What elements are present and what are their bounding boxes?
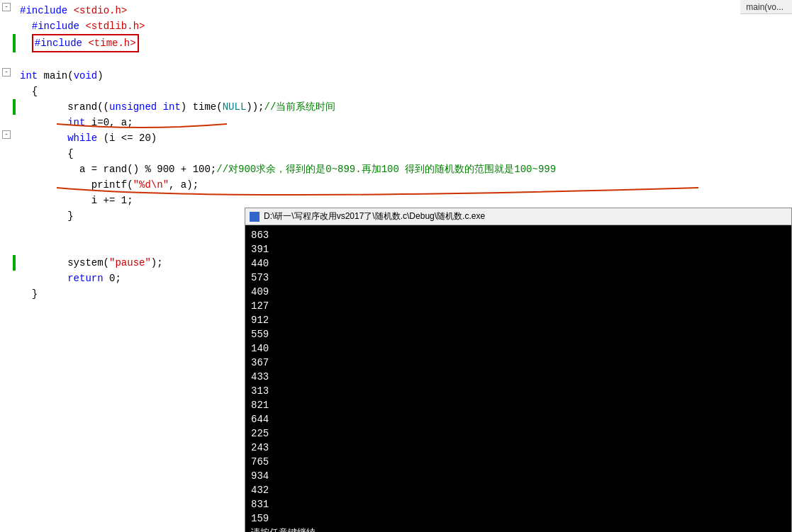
code-text: a = rand() % 900 + 100;//对900求余，得到的是0~89… [16,162,792,177]
code-text: while (i <= 20) [16,130,792,146]
terminal-bottom-text: 请按任意键继续... [251,527,323,532]
code-line-highlight: #include <time.h> [0,34,792,52]
terminal-number: 821 [251,398,786,412]
terminal-number: 432 [251,483,786,497]
code-line: int i=0, a; [0,115,792,130]
terminal-number: 440 [251,256,786,271]
code-line: printf("%d\n", a); [0,177,792,193]
terminal-icon [250,212,260,222]
terminal-title: D:\研一\写程序改用vs2017了\随机数.c\Debug\随机数.c.exe [264,210,485,222]
code-text: int main(void) [16,68,792,84]
terminal-number: 765 [251,455,786,469]
code-line-rand: a = rand() % 900 + 100;//对900求余，得到的是0~89… [0,162,792,177]
code-text: srand((unsigned int) time(NULL));//当前系统时… [16,99,792,115]
code-line [0,52,792,68]
terminal-number: 831 [251,497,786,511]
code-line-while: - while (i <= 20) [0,130,792,146]
code-line: #include <stdlib.h> [0,18,792,34]
line-minus-indicator[interactable]: - [0,68,13,77]
terminal-number: 573 [251,271,786,285]
code-text [16,52,792,68]
terminal-number: 559 [251,327,786,341]
code-text: #include <time.h> [16,34,792,52]
terminal-number: 159 [251,511,786,526]
collapse-button[interactable]: - [2,130,11,139]
terminal-number: 140 [251,341,786,356]
terminal-number: 225 [251,426,786,441]
code-line: - #include <stdio.h> [0,3,792,18]
terminal-number: 644 [251,412,786,426]
terminal-number: 367 [251,356,786,370]
terminal-number: 127 [251,299,786,313]
code-line: i += 1; [0,193,792,208]
code-text: { [16,146,792,162]
code-text: i += 1; [16,193,792,208]
code-text: #include <stdlib.h> [16,18,792,34]
code-line: - int main(void) [0,68,792,84]
editor-area: main(vo... - #include <stdio.h> #include… [0,0,792,532]
code-text: printf("%d\n", a); [16,177,792,193]
terminal-number: 912 [251,313,786,327]
collapse-button[interactable]: - [2,3,11,11]
terminal-number: 313 [251,384,786,398]
terminal-titlebar: D:\研一\写程序改用vs2017了\随机数.c\Debug\随机数.c.exe [245,208,791,225]
code-text: #include <stdio.h> [16,3,792,18]
terminal-number: 409 [251,285,786,299]
terminal-number: 391 [251,242,786,256]
collapse-button[interactable]: - [2,68,11,77]
line-minus-indicator[interactable]: - [0,3,13,11]
code-line: { [0,84,792,99]
code-text: int i=0, a; [16,115,792,130]
terminal-number: 934 [251,469,786,483]
terminal-content: 863 391 440 573 409 127 912 559 140 367 … [245,225,791,532]
code-line: srand((unsigned int) time(NULL));//当前系统时… [0,99,792,115]
code-text: { [16,84,792,99]
terminal-number: 243 [251,441,786,455]
code-line: { [0,146,792,162]
terminal-window: D:\研一\写程序改用vs2017了\随机数.c\Debug\随机数.c.exe… [245,208,792,532]
terminal-number: 863 [251,228,786,242]
line-minus-indicator[interactable]: - [0,130,13,139]
terminal-number: 433 [251,370,786,384]
